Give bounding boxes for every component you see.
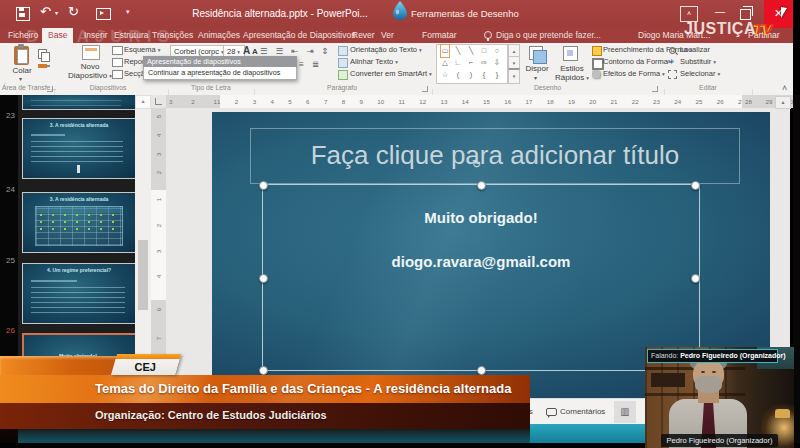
thumb-title: 3. A residência alternada bbox=[23, 193, 135, 202]
text-orientation-icon bbox=[338, 46, 348, 56]
shapes-more-icon[interactable]: ▾ bbox=[508, 68, 520, 84]
clipboard-group-label: Área de Transfe... bbox=[2, 84, 50, 91]
right-letterbox bbox=[793, 95, 800, 448]
context-tools-label[interactable]: Ferramentas de Desenho bbox=[411, 8, 519, 19]
replace-button[interactable]: Substituir▾ bbox=[680, 57, 716, 67]
smartart-button[interactable]: Converter em SmartArt▾ bbox=[350, 69, 432, 79]
speaking-label: Falando: Pedro Figueiredo (Organizador) bbox=[647, 349, 778, 363]
paste-dropdown-icon[interactable]: ▾ bbox=[19, 75, 22, 82]
h-ruler-left-numbers: 321 bbox=[166, 95, 220, 108]
canvas-scroll-up-icon[interactable]: ▴ bbox=[775, 96, 791, 109]
format-painter-icon[interactable] bbox=[38, 64, 47, 68]
shape-fill-button[interactable]: Preenchimento da Forma▾ bbox=[603, 45, 692, 55]
restore-button[interactable] bbox=[740, 9, 751, 20]
reset-button[interactable]: Repor bbox=[124, 57, 144, 67]
tab-animacoes[interactable]: Animações bbox=[198, 28, 240, 43]
copy-icon[interactable] bbox=[38, 49, 47, 59]
comments-icon bbox=[546, 408, 557, 416]
tab-ver[interactable]: Ver bbox=[381, 28, 394, 43]
align-text-icon bbox=[338, 58, 348, 68]
drawing-group-label: Desenho bbox=[440, 84, 655, 91]
tab-formatar[interactable]: Formatar bbox=[422, 28, 456, 43]
shelf-books bbox=[651, 373, 685, 387]
thumb-title: 3. A residência alternada bbox=[23, 119, 135, 128]
slides-group-label: Diapositivos bbox=[58, 84, 158, 91]
shapes-row-3[interactable]: ☆(){} bbox=[437, 69, 507, 81]
shrink-font-button[interactable]: A bbox=[252, 47, 258, 56]
selection-handle-tr[interactable] bbox=[691, 181, 700, 190]
selection-handle-tl[interactable] bbox=[259, 181, 268, 190]
justica-text: JUSTIÇA bbox=[684, 20, 756, 37]
slide-number: 23 bbox=[0, 111, 15, 120]
horizontal-ruler: 321 123456789101112131415161718192021222… bbox=[166, 95, 790, 108]
new-slide-icon[interactable] bbox=[82, 45, 100, 60]
shapes-row-1[interactable]: ▭╲╲□○ bbox=[437, 45, 507, 57]
paste-icon[interactable] bbox=[14, 46, 29, 65]
thumb-table-dots bbox=[35, 212, 121, 232]
slide-thumbnail-25[interactable]: 4. Um regime preferencial? bbox=[22, 263, 136, 324]
selection-handle-ml[interactable] bbox=[259, 274, 268, 283]
scrollbar-thumb[interactable] bbox=[138, 240, 148, 310]
collapse-ribbon-icon[interactable]: ˄ bbox=[782, 83, 787, 93]
slide-number: 25 bbox=[0, 256, 15, 265]
scrollbar-up-icon[interactable]: ▴ bbox=[135, 95, 151, 109]
paragraph-dialog-launcher-icon[interactable] bbox=[422, 86, 428, 92]
normal-view-button[interactable]: ▥ bbox=[614, 401, 636, 423]
smartart-icon bbox=[338, 70, 348, 80]
slide-thumbnail-partial[interactable] bbox=[22, 95, 136, 110]
new-slide-button[interactable]: Novo bbox=[64, 62, 116, 71]
selection-handle-tc[interactable] bbox=[477, 181, 486, 190]
popup-title: Apresentação de diapositivos bbox=[143, 56, 297, 67]
cabinet-shelf bbox=[645, 393, 745, 396]
shape-fill-icon bbox=[592, 46, 602, 56]
quick-styles-button[interactable]: Estilos bbox=[556, 64, 588, 73]
title-placeholder[interactable]: Faça clique para adicionar título bbox=[250, 128, 740, 184]
popup-body[interactable]: Continuar a apresentação de diapositivos bbox=[143, 67, 297, 80]
slide-number: 24 bbox=[0, 185, 15, 194]
shape-effects-button[interactable]: Efeitos de Forma▾ bbox=[603, 69, 665, 79]
select-icon bbox=[668, 70, 677, 79]
clipboard-dialog-launcher-icon[interactable] bbox=[47, 86, 53, 92]
shapes-gallery[interactable]: ▭╲╲□○ △∟⌐⇨⇩ ☆(){} bbox=[436, 44, 508, 84]
paragraph-group-label: Parágrafo bbox=[260, 84, 424, 91]
tab-rever[interactable]: Rever bbox=[352, 28, 375, 43]
editing-group-label: Editar bbox=[668, 84, 748, 91]
speaker-video-tile[interactable]: Falando: Pedro Figueiredo (Organizador) … bbox=[645, 347, 794, 448]
slide-thumbnail-23[interactable]: 3. A residência alternada bbox=[22, 118, 136, 179]
banner-top-strip bbox=[0, 356, 118, 375]
arrange-button[interactable]: Dispor bbox=[522, 64, 552, 73]
align-text-button[interactable]: Alinhar Texto▾ bbox=[350, 57, 398, 67]
speaker-beard bbox=[695, 376, 722, 393]
slideshow-popup: Apresentação de diapositivos Continuar a… bbox=[143, 56, 297, 80]
grow-font-button[interactable]: A bbox=[243, 45, 250, 56]
slide-number-selected: 26 bbox=[0, 326, 15, 335]
paste-button[interactable]: Colar bbox=[7, 66, 37, 75]
shapes-row-2[interactable]: △∟⌐⇨⇩ bbox=[437, 57, 507, 69]
tab-apresentacao[interactable]: Apresentação de Diapositivos bbox=[243, 28, 355, 43]
reset-icon bbox=[112, 58, 123, 67]
selection-handle-bc[interactable] bbox=[477, 366, 486, 375]
shape-outline-button[interactable]: Contorno da Forma▾ bbox=[603, 57, 673, 67]
search-input[interactable]: Diga o que pretende fazer... bbox=[496, 28, 601, 43]
drawing-dialog-launcher-icon[interactable] bbox=[652, 86, 658, 92]
select-button[interactable]: Selecionar▾ bbox=[680, 69, 720, 79]
font-group-label: Tipo de Letra bbox=[172, 84, 250, 91]
search-icon bbox=[484, 31, 492, 39]
ribbon: Colar ▾ Área de Transfe... Novo Diaposit… bbox=[0, 43, 793, 96]
find-icon bbox=[669, 47, 676, 54]
tv-logo: TV bbox=[754, 20, 773, 37]
selected-textbox[interactable]: Muito obrigado! diogo.ravara@gmail.com bbox=[262, 184, 700, 371]
rotate-handle-icon[interactable]: ↻ bbox=[472, 158, 481, 171]
banner-title-band: Temas do Direito da Família e das Crianç… bbox=[0, 375, 530, 403]
find-button[interactable]: Localizar bbox=[680, 45, 710, 55]
title-bar: ↶ ▾ ↻ ▾ Residência alternada.pptx - Powe… bbox=[0, 0, 793, 28]
v-ruler-mid-numbers: 12345 bbox=[151, 190, 166, 312]
comments-button[interactable]: Comentários bbox=[560, 399, 605, 425]
slide-thumbnail-24[interactable]: 3. A residência alternada bbox=[22, 192, 136, 253]
text-orientation-button[interactable]: Orientação do Texto▾ bbox=[350, 45, 422, 55]
selection-handle-mr[interactable] bbox=[691, 274, 700, 283]
h-ruler-main-numbers: 1234567891011121314151617181920212223242… bbox=[214, 95, 748, 108]
selection-handle-bl[interactable] bbox=[259, 366, 268, 375]
quick-styles-button-line2[interactable]: Rápidos▾ bbox=[552, 73, 592, 82]
drawing-tools-droplet-icon bbox=[392, 1, 408, 24]
